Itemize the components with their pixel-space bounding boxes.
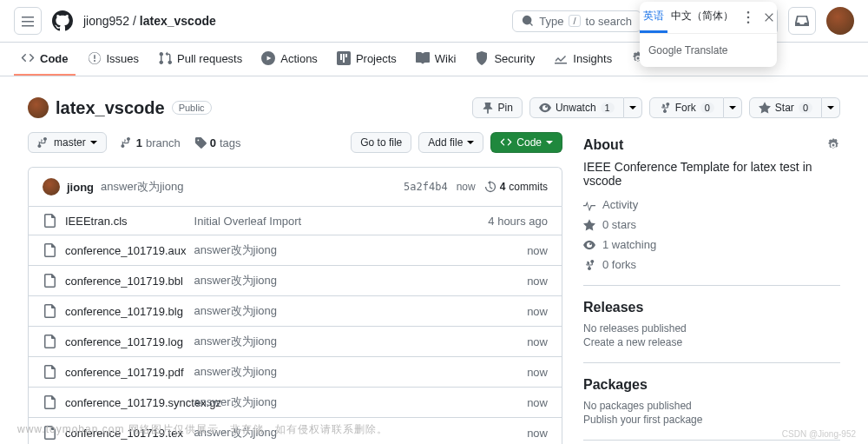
file-commit-time: now xyxy=(421,244,548,257)
file-commit-message[interactable]: answer改为jiong xyxy=(194,394,422,410)
gear-icon[interactable] xyxy=(826,138,840,152)
commits-link[interactable]: 4commits xyxy=(484,181,548,193)
watching-link[interactable]: 1 watching xyxy=(583,238,840,251)
file-name-link[interactable]: conference_101719.pdf xyxy=(65,366,184,379)
file-name-link[interactable]: conference_101719.log xyxy=(65,335,183,348)
file-name-link[interactable]: conference_101719.blg xyxy=(65,305,183,318)
visibility-badge: Public xyxy=(172,101,212,115)
publish-package-link[interactable]: Publish your first package xyxy=(583,414,702,426)
file-commit-time: now xyxy=(421,335,548,348)
file-icon xyxy=(43,365,56,379)
create-release-link[interactable]: Create a new release xyxy=(583,336,682,348)
search-input[interactable]: Type / to search xyxy=(512,10,641,32)
code-icon xyxy=(500,136,512,149)
file-commit-time: now xyxy=(421,305,548,318)
file-commit-time: now xyxy=(421,427,548,440)
commit-author[interactable]: jiong xyxy=(67,181,94,194)
project-icon xyxy=(337,51,351,65)
file-row: conference_101719.loganswer改为jiongnow xyxy=(29,326,562,356)
activity-link[interactable]: Activity xyxy=(583,198,840,211)
file-row: conference_101719.synctex.gzanswer改为jion… xyxy=(29,387,562,417)
star-icon xyxy=(583,219,595,231)
tab-code[interactable]: Code xyxy=(14,43,76,76)
close-icon[interactable] xyxy=(763,11,775,23)
file-name-link[interactable]: IEEEtran.cls xyxy=(65,215,128,228)
latest-commit: jiong answer改为jiong 5a2f4b4 now 4commits xyxy=(28,167,562,206)
about-description: IEEE Conference Template for latex test … xyxy=(583,160,840,188)
book-icon xyxy=(416,51,430,65)
repo-link[interactable]: latex_vscode xyxy=(140,14,216,28)
tab-wiki[interactable]: Wiki xyxy=(409,43,464,76)
file-icon xyxy=(43,395,56,409)
pr-icon xyxy=(158,51,172,65)
about-heading: About xyxy=(583,137,840,153)
file-row: IEEEtran.clsInitial Overleaf Import4 hou… xyxy=(29,207,562,235)
translate-label: Translate xyxy=(685,44,728,56)
repo-owner-avatar xyxy=(28,97,49,118)
releases-none: No releases published xyxy=(583,322,840,335)
issue-icon xyxy=(88,51,102,65)
tab-insights[interactable]: Insights xyxy=(547,43,619,76)
pin-icon xyxy=(482,102,494,114)
file-icon xyxy=(43,335,56,348)
caret-down-icon xyxy=(467,139,474,146)
branch-icon xyxy=(121,136,133,149)
add-file-button[interactable]: Add file xyxy=(418,132,483,153)
commit-sha[interactable]: 5a2f4b4 xyxy=(404,181,448,193)
code-button[interactable]: Code xyxy=(490,132,562,153)
more-options-icon[interactable] xyxy=(742,11,754,23)
notifications-button[interactable] xyxy=(788,7,816,35)
unwatch-caret[interactable] xyxy=(624,97,642,118)
star-button[interactable]: Star0 xyxy=(749,97,822,118)
file-commit-message[interactable]: answer改为jiong xyxy=(194,334,422,349)
eye-icon xyxy=(539,102,551,114)
file-icon xyxy=(43,304,56,318)
file-commit-time: now xyxy=(421,366,548,379)
file-commit-message[interactable]: answer改为jiong xyxy=(194,242,422,258)
pulse-icon xyxy=(583,199,595,211)
fork-button[interactable]: Fork0 xyxy=(649,97,724,118)
branch-button[interactable]: master xyxy=(28,132,107,153)
stars-link[interactable]: 0 stars xyxy=(583,218,840,231)
file-row: conference_101719.pdfanswer改为jiongnow xyxy=(29,356,562,387)
tab-projects[interactable]: Projects xyxy=(330,43,404,76)
commit-author-avatar[interactable] xyxy=(43,178,60,195)
repo-title[interactable]: latex_vscode xyxy=(56,98,165,118)
file-row: conference_101719.bblanswer改为jiongnow xyxy=(29,265,562,295)
hamburger-menu[interactable] xyxy=(14,7,42,35)
star-icon xyxy=(759,102,771,114)
avatar[interactable] xyxy=(826,7,854,35)
caret-down-icon xyxy=(629,104,636,111)
file-icon xyxy=(43,214,56,228)
owner-link[interactable]: jiong952 xyxy=(83,14,129,28)
file-name-link[interactable]: conference_101719.bbl xyxy=(65,275,183,288)
file-commit-message[interactable]: answer改为jiong xyxy=(194,303,422,319)
branches-link[interactable]: 1branch xyxy=(121,136,181,149)
caret-down-icon xyxy=(729,104,736,111)
file-commit-message[interactable]: answer改为jiong xyxy=(194,364,422,380)
shield-icon xyxy=(475,51,489,65)
file-commit-message[interactable]: Initial Overleaf Import xyxy=(194,215,422,228)
file-name-link[interactable]: conference_101719.aux xyxy=(65,244,187,257)
tab-pull-requests[interactable]: Pull requests xyxy=(151,43,249,76)
file-table: IEEEtran.clsInitial Overleaf Import4 hou… xyxy=(28,206,562,444)
goto-file-button[interactable]: Go to file xyxy=(351,132,411,153)
forks-link[interactable]: 0 forks xyxy=(583,258,840,271)
commit-message[interactable]: answer改为jiong xyxy=(101,179,183,195)
file-commit-message[interactable]: answer改为jiong xyxy=(194,273,422,288)
star-caret[interactable] xyxy=(822,97,840,118)
tab-issues[interactable]: Issues xyxy=(81,43,147,76)
tags-link[interactable]: 0tags xyxy=(194,136,241,149)
file-icon xyxy=(43,243,56,257)
file-row: conference_101719.auxanswer改为jiongnow xyxy=(29,235,562,265)
tab-actions[interactable]: Actions xyxy=(254,43,325,76)
github-logo-icon[interactable] xyxy=(52,10,73,31)
search-icon xyxy=(522,15,534,27)
unwatch-button[interactable]: Unwatch1 xyxy=(529,97,624,118)
fork-caret[interactable] xyxy=(724,97,742,118)
tab-security[interactable]: Security xyxy=(468,43,542,76)
translate-tab-english[interactable]: 英语 xyxy=(640,2,667,33)
google-brand: Google xyxy=(648,44,682,56)
translate-tab-chinese[interactable]: 中文（简体） xyxy=(667,2,737,33)
pin-button[interactable]: Pin xyxy=(472,97,523,118)
